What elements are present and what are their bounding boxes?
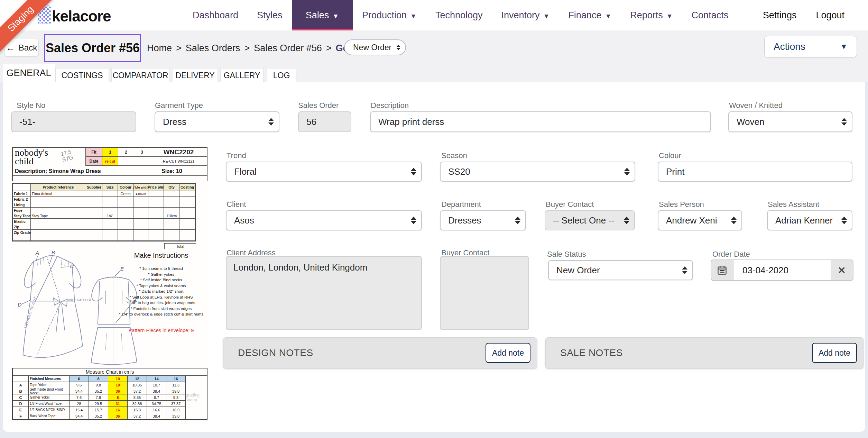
design-add-note-button[interactable]: Add note <box>486 343 530 363</box>
nav-reports[interactable]: Reports▼ <box>621 0 682 30</box>
style-spec-image[interactable]: nobody's child 17.5 STG Fit 1 2 3 WNC220… <box>12 147 207 424</box>
garment-type-select[interactable]: Dress <box>155 111 279 132</box>
clear-date-button[interactable]: ✕ <box>831 259 853 281</box>
order-date-input[interactable]: 03-04-2020 <box>733 259 831 281</box>
sales-assistant-label: Sales Assistant <box>768 200 819 209</box>
trend-select[interactable]: Floral <box>226 162 422 182</box>
nav-inventory[interactable]: Inventory▼ <box>492 0 559 30</box>
sketch-label-c: C <box>70 263 74 269</box>
spec-product-row: Fabric 1Elma Animal Green140CM <box>13 191 195 197</box>
sale-status-select[interactable]: New Order <box>548 260 693 280</box>
buyer-contact-textarea[interactable] <box>440 256 529 330</box>
page-title: Sales Order #56 <box>46 41 140 55</box>
spec-size: Size: 10 <box>161 168 182 174</box>
sales-assistant-select[interactable]: Adrian Kenner <box>767 210 852 230</box>
make-instruction-item: * Self Inside Bind necks <box>114 277 208 283</box>
measure-chart-row: B Self Inside Bind Front Neck: 34.4 35.2… <box>13 388 186 394</box>
tab-costings[interactable]: COSTINGS <box>55 68 109 82</box>
nav-contacts[interactable]: Contacts <box>682 0 738 30</box>
spec-total-cell: Total <box>164 243 196 249</box>
spec-product-table: Product reference Supplier Size Colour U… <box>12 183 196 241</box>
pattern-pieces-note: Pattern Pieces in envelope: 9 <box>114 328 208 333</box>
measure-chart-row: F Back Waist Tape: 34.4 35.2 36 37.2 38.… <box>13 413 186 419</box>
measure-chart-row: A Tape Yoke: 9.6 9.8 10 10.35 10.7 11.3 <box>13 382 186 388</box>
nav-settings[interactable]: Settings <box>753 0 806 30</box>
measure-chart-row: C Gather Yoke: 7.6 7.8 8 8.35 8.7 9.3 <box>13 394 186 401</box>
chevron-down-icon: ▼ <box>605 11 611 19</box>
nav-logout[interactable]: Logout <box>806 0 854 30</box>
season-select[interactable]: SS20 <box>440 162 635 182</box>
nav-sales[interactable]: Sales▼ <box>292 0 353 30</box>
tab-delivery[interactable]: DELIVERY <box>173 68 217 82</box>
make-instruction-item: * Self Loop at LHS, Keyhole at RHS <box>114 294 208 300</box>
description-label: Description <box>371 101 409 110</box>
select-spinner-icon <box>682 266 687 274</box>
calendar-button[interactable] <box>711 259 733 281</box>
make-instruction-item: * Gather yokes <box>114 272 208 277</box>
buyer-contact-select-label: Buyer Contact <box>546 200 594 209</box>
actions-dropdown-button[interactable]: Actions ▼ <box>764 36 857 57</box>
spec-product-row: Zip Grade <box>13 230 195 235</box>
tab-log[interactable]: LOG <box>267 68 296 82</box>
garment-type-label: Garment Type <box>155 101 203 110</box>
select-spinner-icon <box>411 168 416 175</box>
colour-label: Colour <box>659 151 681 160</box>
spec-product-row: Stay TapeStay Tape 1/4" 110cm <box>13 213 195 219</box>
buyer-contact-select[interactable]: -- Select One -- <box>545 210 635 230</box>
clear-icon: ✕ <box>838 265 846 276</box>
department-label: Department <box>441 200 481 209</box>
nav-dashboard[interactable]: Dashboard <box>183 0 248 30</box>
sale-notes-title: SALE NOTES <box>560 347 623 358</box>
breadcrumb-sales-orders[interactable]: Sales Orders <box>186 43 240 54</box>
chevron-down-icon: ▼ <box>666 11 673 19</box>
client-select[interactable]: Asos <box>226 210 422 230</box>
nav-finance[interactable]: Finance▼ <box>559 0 621 30</box>
nav-styles[interactable]: Styles <box>248 0 292 30</box>
make-instruction-item: * 1/4" to overlock & edge stitch cuff & … <box>114 311 208 317</box>
select-spinner-icon <box>624 217 629 224</box>
breadcrumb-sales-order-56[interactable]: Sales Order #56 <box>254 43 322 54</box>
style-no-field: -51- <box>11 111 136 132</box>
select-spinner-icon <box>841 217 847 224</box>
select-spinner-icon <box>411 217 416 224</box>
style-no-label: Style No <box>17 101 45 110</box>
breadcrumb: Home > Sales Orders > Sales Order #56 > … <box>147 43 370 54</box>
woven-knitted-select[interactable]: Woven <box>728 111 852 132</box>
make-instruction-item: * 1/4" to bag out ties- join to wrap end… <box>114 300 208 306</box>
make-instruction-item: * Darts marked 1/2" short <box>114 289 208 294</box>
sale-notes-bar: SALE NOTES Add note <box>545 337 864 368</box>
order-status-select[interactable]: New Order <box>344 39 406 55</box>
make-instructions: Make Instructions * 1cm seams to 5-threa… <box>114 252 208 333</box>
back-arrow-icon: ← <box>6 43 15 53</box>
spec-style-code: WNC2202 <box>150 148 207 157</box>
brand-logo[interactable]: kelacore <box>52 8 111 25</box>
department-select[interactable]: Dresses <box>440 210 526 230</box>
spec-brand-logo: nobody's child <box>15 148 84 166</box>
select-spinner-icon <box>731 217 737 224</box>
spec-product-row: Elastic <box>13 219 195 224</box>
sale-add-note-button[interactable]: Add note <box>812 343 857 363</box>
spec-product-row: Fuse <box>13 208 195 213</box>
nav-technology[interactable]: Technology <box>426 0 492 30</box>
chevron-down-icon: ▼ <box>543 11 550 19</box>
measure-chart: Measure Chart in cm's Finished Measures … <box>12 368 207 420</box>
sketch-label-a: A <box>35 251 39 256</box>
chevron-down-icon: ▼ <box>410 11 417 19</box>
client-address-textarea[interactable]: London, London, United Kingdom <box>226 256 422 330</box>
chevron-down-icon: ▼ <box>332 11 339 19</box>
design-notes-title: DESIGN NOTES <box>238 347 313 358</box>
select-spinner-icon <box>268 118 274 126</box>
colour-input[interactable] <box>658 162 852 182</box>
order-date-group: 03-04-2020 ✕ <box>711 259 853 281</box>
breadcrumb-home[interactable]: Home <box>147 43 172 54</box>
tab-general[interactable]: GENERAL <box>3 64 55 82</box>
tab-comparator[interactable]: COMPARATOR <box>111 68 169 82</box>
order-date-label: Order Date <box>712 250 750 259</box>
spec-product-row <box>13 235 195 241</box>
make-instruction-item: * Footstitch front skirt wraps edges <box>114 306 208 312</box>
tab-gallery[interactable]: GALLERY <box>220 68 264 82</box>
nav-production[interactable]: Production▼ <box>353 0 426 30</box>
sales-person-select[interactable]: Andrew Xeni <box>658 210 742 230</box>
client-label: Client <box>227 200 246 209</box>
description-input[interactable] <box>370 111 711 132</box>
